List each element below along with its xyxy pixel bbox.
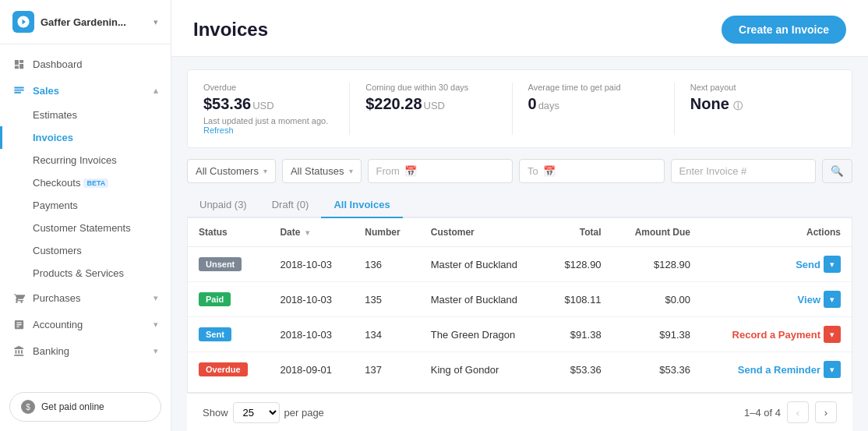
action-dropdown-button[interactable]: ▾ <box>824 326 841 343</box>
products-services-label: Products & Services <box>33 267 124 279</box>
cell-customer: Master of Buckland <box>420 282 545 317</box>
col-status: Status <box>188 218 269 247</box>
next-payout-label: Next payout <box>690 83 820 92</box>
action-link[interactable]: Record a Payment <box>732 329 820 341</box>
table-row: Paid 2018-10-03 135 Master of Buckland $… <box>188 282 852 317</box>
estimates-label: Estimates <box>33 109 77 121</box>
cell-total: $91.38 <box>545 317 612 352</box>
action-group: Send a Reminder ▾ <box>712 361 841 378</box>
cell-number: 136 <box>354 247 419 282</box>
avg-time-label: Average time to get paid <box>528 83 658 92</box>
sidebar-item-checkouts[interactable]: Checkouts BETA <box>0 171 171 194</box>
cell-customer: King of Gondor <box>420 352 545 387</box>
search-button[interactable]: 🔍 <box>822 159 852 183</box>
accounting-chevron-icon: ▾ <box>153 320 158 330</box>
show-label: Show <box>203 407 228 419</box>
sidebar-item-invoices[interactable]: Invoices <box>0 126 171 149</box>
cell-amount-due: $91.38 <box>612 317 701 352</box>
cell-total: $128.90 <box>545 247 612 282</box>
cell-status: Overdue <box>188 352 269 387</box>
sidebar-navigation: Dashboard Sales ▴ Estimates Invoices Rec… <box>0 44 171 383</box>
col-total: Total <box>545 218 612 247</box>
banking-icon <box>12 344 25 357</box>
col-amount-due: Amount Due <box>612 218 701 247</box>
cell-date: 2018-10-03 <box>269 317 354 352</box>
svg-rect-0 <box>14 87 24 88</box>
cell-date: 2018-10-03 <box>269 247 354 282</box>
next-page-button[interactable]: › <box>815 401 837 423</box>
customers-label: Customers <box>33 245 82 256</box>
action-link[interactable]: Send <box>796 259 820 270</box>
coming-due-label: Coming due within 30 days <box>365 83 496 92</box>
from-date-filter[interactable]: From 📅 <box>368 159 513 183</box>
search-icon: 🔍 <box>831 165 844 177</box>
cell-actions: View ▾ <box>701 282 852 317</box>
per-page-select[interactable]: 25 50 100 <box>233 402 280 423</box>
customers-filter[interactable]: All Customers ▾ <box>187 159 276 183</box>
sidebar-item-label: Dashboard <box>33 58 158 70</box>
svg-rect-1 <box>14 89 24 90</box>
to-date-filter[interactable]: To 📅 <box>519 159 664 183</box>
cell-amount-due: $53.36 <box>612 352 701 387</box>
tab-unpaid[interactable]: Unpaid (3) <box>187 193 259 218</box>
sidebar: Gaffer Gardenin... ▾ Dashboard Sales ▴ E… <box>0 0 171 431</box>
tab-draft[interactable]: Draft (0) <box>259 193 322 218</box>
pagination: 1–4 of 4 ‹ › <box>744 401 837 423</box>
sidebar-item-products-services[interactable]: Products & Services <box>0 262 171 284</box>
sidebar-item-accounting[interactable]: Accounting ▾ <box>0 311 171 337</box>
sidebar-item-customer-statements[interactable]: Customer Statements <box>0 217 171 239</box>
statuses-filter[interactable]: All Statuses ▾ <box>282 159 362 183</box>
cell-status: Sent <box>188 317 269 352</box>
avg-time-card: Average time to get paid 0days <box>513 83 675 135</box>
tab-all-invoices[interactable]: All Invoices <box>321 193 402 218</box>
sidebar-item-purchases[interactable]: Purchases ▾ <box>0 284 171 311</box>
get-paid-label: Get paid online <box>41 401 104 412</box>
refresh-link[interactable]: Refresh <box>203 125 234 135</box>
action-link[interactable]: Send a Reminder <box>738 364 820 376</box>
cell-status: Paid <box>188 282 269 317</box>
action-dropdown-button[interactable]: ▾ <box>824 291 841 308</box>
create-invoice-button[interactable]: Create an Invoice <box>722 16 846 44</box>
action-group: Send ▾ <box>712 256 841 273</box>
action-dropdown-button[interactable]: ▾ <box>824 361 841 378</box>
sidebar-item-recurring-invoices[interactable]: Recurring Invoices <box>0 149 171 171</box>
sidebar-item-banking[interactable]: Banking ▾ <box>0 337 171 364</box>
cell-number: 137 <box>354 352 419 387</box>
banking-label: Banking <box>33 345 146 357</box>
action-link[interactable]: View <box>798 294 820 306</box>
recurring-invoices-label: Recurring Invoices <box>33 154 117 166</box>
overdue-label: Overdue <box>203 83 333 92</box>
dashboard-icon <box>12 58 25 70</box>
col-actions: Actions <box>701 218 852 247</box>
per-page-label: per page <box>284 407 324 419</box>
pagination-info: 1–4 of 4 <box>744 407 781 419</box>
banking-chevron-icon: ▾ <box>153 346 158 356</box>
payout-info-icon[interactable]: ⓘ <box>733 101 743 111</box>
cell-date: 2018-10-03 <box>269 282 354 317</box>
sidebar-item-payments[interactable]: Payments <box>0 194 171 217</box>
sales-chevron-icon: ▴ <box>153 86 158 96</box>
status-badge: Sent <box>199 327 231 341</box>
sales-subnav: Estimates Invoices Recurring Invoices Ch… <box>0 104 171 284</box>
cell-actions: Send a Reminder ▾ <box>701 352 852 387</box>
sort-icon: ▾ <box>305 228 309 237</box>
coming-due-card: Coming due within 30 days $220.28USD <box>350 83 512 135</box>
company-header[interactable]: Gaffer Gardenin... ▾ <box>0 0 171 44</box>
prev-page-button[interactable]: ‹ <box>787 401 809 423</box>
sidebar-item-sales[interactable]: Sales ▴ <box>0 77 171 104</box>
page-header: Invoices Create an Invoice <box>171 0 868 57</box>
sidebar-item-dashboard[interactable]: Dashboard <box>0 51 171 77</box>
main-content: Invoices Create an Invoice Overdue $53.3… <box>171 0 868 431</box>
get-paid-button[interactable]: $ Get paid online <box>9 392 161 422</box>
cell-actions: Send ▾ <box>701 247 852 282</box>
calendar-icon: 📅 <box>543 165 556 177</box>
invoices-label: Invoices <box>33 132 73 143</box>
col-date[interactable]: Date ▾ <box>269 218 354 247</box>
cell-number: 135 <box>354 282 419 317</box>
sidebar-item-label: Sales <box>33 85 146 97</box>
sidebar-item-customers[interactable]: Customers <box>0 239 171 262</box>
invoice-search-input[interactable]: Enter Invoice # <box>671 159 816 183</box>
action-dropdown-button[interactable]: ▾ <box>824 256 841 273</box>
from-label: From <box>376 165 400 177</box>
sidebar-item-estimates[interactable]: Estimates <box>0 104 171 126</box>
